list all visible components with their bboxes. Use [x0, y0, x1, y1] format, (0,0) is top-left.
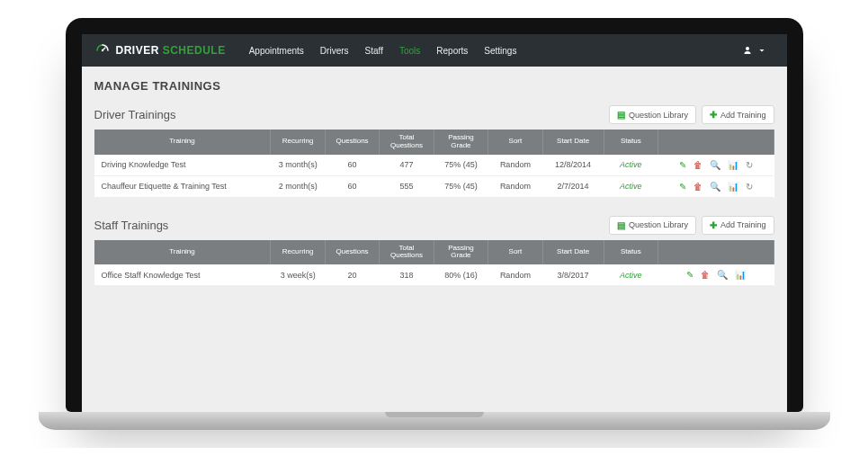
section-title: Driver Trainings [94, 108, 176, 121]
nav-item-settings[interactable]: Settings [484, 46, 516, 56]
nav-item-appointments[interactable]: Appointments [249, 46, 304, 56]
add-training-button[interactable]: ✚Add Training [702, 216, 774, 235]
col-header-status[interactable]: Status [604, 240, 658, 265]
cell-recurring: 3 week(s) [271, 264, 325, 286]
cell-sort: Random [488, 155, 542, 176]
screen-bezel: DRIVER SCHEDULE AppointmentsDriversStaff… [66, 18, 803, 412]
cell-status: Active [604, 155, 658, 176]
question-library-button[interactable]: ▤Question Library [609, 105, 696, 124]
cell-actions: ✎🗑🔍📊 [658, 264, 774, 286]
nav-item-staff[interactable]: Staff [365, 46, 383, 56]
add-training-button[interactable]: ✚Add Training [702, 105, 774, 124]
cell-questions: 60 [325, 155, 379, 176]
book-icon: ▤ [617, 220, 625, 230]
cell-passing_grade: 75% (45) [434, 155, 488, 176]
cell-total_questions: 555 [380, 175, 434, 197]
trainings-table: TrainingRecurringQuestionsTotal Question… [94, 240, 774, 287]
nav-item-drivers[interactable]: Drivers [320, 46, 349, 56]
cell-training: Office Staff Knowledge Test [94, 264, 271, 286]
screen: DRIVER SCHEDULE AppointmentsDriversStaff… [82, 34, 787, 412]
cell-sort: Random [488, 264, 542, 286]
brand[interactable]: DRIVER SCHEDULE [94, 42, 226, 58]
cell-actions: ✎🗑🔍📊↻ [658, 175, 774, 197]
cell-training: Chauffeur Etiquette & Training Test [94, 175, 271, 197]
col-header-sort[interactable]: Sort [488, 240, 542, 265]
chart-icon[interactable]: 📊 [735, 270, 746, 280]
col-header-passing_grade[interactable]: Passing Grade [434, 240, 488, 265]
caret-down-icon [756, 45, 767, 56]
user-icon [742, 45, 753, 56]
col-header-start_date[interactable]: Start Date [542, 130, 604, 155]
laptop-frame: DRIVER SCHEDULE AppointmentsDriversStaff… [66, 18, 803, 430]
edit-icon[interactable]: ✎ [686, 270, 694, 280]
cell-recurring: 2 month(s) [271, 175, 325, 197]
cell-total_questions: 318 [380, 264, 434, 286]
col-header-actions [658, 240, 774, 265]
refresh-icon[interactable]: ↻ [746, 182, 753, 192]
col-header-training[interactable]: Training [94, 130, 271, 155]
col-header-training[interactable]: Training [94, 240, 271, 265]
col-header-passing_grade[interactable]: Passing Grade [434, 130, 488, 155]
section: Driver Trainings▤Question Library✚Add Tr… [94, 105, 774, 198]
refresh-icon[interactable]: ↻ [746, 160, 753, 170]
cell-start_date: 12/8/2014 [542, 155, 604, 176]
search-icon[interactable]: 🔍 [710, 160, 720, 170]
brand-logo-icon [94, 42, 111, 58]
question-library-button[interactable]: ▤Question Library [609, 216, 696, 235]
nav-items: AppointmentsDriversStaffToolsReportsSett… [249, 46, 729, 56]
col-header-start_date[interactable]: Start Date [542, 240, 604, 265]
cell-start_date: 3/8/2017 [542, 264, 604, 286]
laptop-base [39, 412, 830, 430]
delete-icon[interactable]: 🗑 [701, 270, 710, 280]
cell-start_date: 2/7/2014 [542, 175, 604, 197]
edit-icon[interactable]: ✎ [679, 182, 686, 192]
user-menu[interactable] [735, 41, 774, 59]
button-label: Question Library [629, 220, 688, 229]
edit-icon[interactable]: ✎ [679, 160, 686, 170]
nav-item-reports[interactable]: Reports [436, 46, 468, 56]
cell-recurring: 3 month(s) [271, 155, 325, 176]
row-actions: ✎🗑🔍📊 [662, 270, 770, 280]
cell-training: Driving Knowledge Test [94, 155, 271, 176]
table-row: Office Staff Knowledge Test3 week(s)2031… [94, 264, 774, 286]
brand-text: DRIVER SCHEDULE [116, 44, 226, 57]
nav-item-tools[interactable]: Tools [399, 46, 420, 56]
cell-total_questions: 477 [380, 155, 434, 176]
row-actions: ✎🗑🔍📊↻ [662, 160, 770, 170]
delete-icon[interactable]: 🗑 [694, 182, 702, 192]
search-icon[interactable]: 🔍 [710, 182, 720, 192]
content: MANAGE TRAININGS Driver Trainings▤Questi… [82, 67, 787, 313]
col-header-total_questions[interactable]: Total Questions [380, 130, 434, 155]
search-icon[interactable]: 🔍 [717, 270, 728, 280]
plus-icon: ✚ [710, 110, 717, 120]
trainings-table: TrainingRecurringQuestionsTotal Question… [94, 130, 774, 198]
chart-icon[interactable]: 📊 [728, 182, 738, 192]
chart-icon[interactable]: 📊 [728, 160, 738, 170]
col-header-questions[interactable]: Questions [325, 240, 379, 265]
svg-line-1 [103, 48, 105, 50]
cell-status: Active [604, 264, 658, 286]
section-header: Driver Trainings▤Question Library✚Add Tr… [94, 105, 774, 124]
cell-actions: ✎🗑🔍📊↻ [658, 155, 774, 176]
cell-status: Active [604, 175, 658, 197]
section-header: Staff Trainings▤Question Library✚Add Tra… [94, 216, 774, 235]
section-actions: ▤Question Library✚Add Training [609, 105, 774, 124]
col-header-status[interactable]: Status [604, 130, 658, 155]
table-row: Driving Knowledge Test3 month(s)6047775%… [94, 155, 774, 176]
section-title: Staff Trainings [94, 219, 169, 232]
col-header-questions[interactable]: Questions [325, 130, 379, 155]
col-header-total_questions[interactable]: Total Questions [380, 240, 434, 265]
col-header-recurring[interactable]: Recurring [271, 240, 325, 265]
col-header-recurring[interactable]: Recurring [271, 130, 325, 155]
button-label: Question Library [629, 111, 688, 120]
cell-passing_grade: 80% (16) [434, 264, 488, 286]
book-icon: ▤ [617, 110, 625, 120]
section: Staff Trainings▤Question Library✚Add Tra… [94, 216, 774, 287]
cell-sort: Random [488, 175, 542, 197]
delete-icon[interactable]: 🗑 [694, 160, 702, 170]
col-header-sort[interactable]: Sort [488, 130, 542, 155]
table-row: Chauffeur Etiquette & Training Test2 mon… [94, 175, 774, 197]
cell-passing_grade: 75% (45) [434, 175, 488, 197]
row-actions: ✎🗑🔍📊↻ [662, 182, 770, 192]
section-actions: ▤Question Library✚Add Training [609, 216, 774, 235]
